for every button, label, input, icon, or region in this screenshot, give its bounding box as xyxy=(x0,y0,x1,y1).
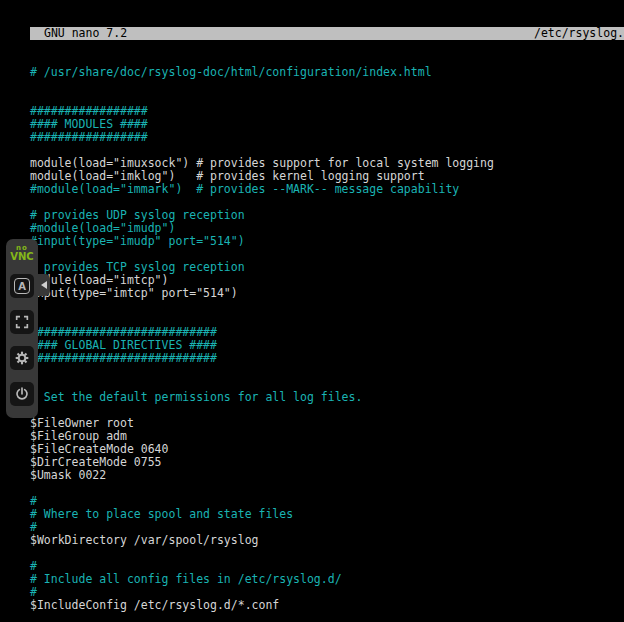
line-text: # xyxy=(30,585,37,599)
terminal-line: $Umask 0022 xyxy=(30,469,624,482)
line-text: $FileCreateMode 0640 xyxy=(30,442,168,456)
line-text: $DirCreateMode 0755 xyxy=(30,455,162,469)
keyboard-a-icon: A xyxy=(14,278,30,294)
terminal-lines: # /usr/share/doc/rsyslog-doc/html/config… xyxy=(30,66,624,622)
novnc-logo: no VNC xyxy=(10,245,33,262)
terminal-line: input(type="imtcp" port="514") xyxy=(30,287,624,300)
terminal-line: $IncludeConfig /etc/rsyslog.d/*.conf xyxy=(30,599,624,612)
line-text: # provides TCP syslog reception xyxy=(30,260,245,274)
terminal-line: ################# xyxy=(30,131,624,144)
line-text: module(load="imklog") # provides kernel … xyxy=(30,169,425,183)
line-text: # /usr/share/doc/rsyslog-doc/html/config… xyxy=(30,65,432,79)
terminal-screen[interactable]: GNU nano 7.2 /etc/rsyslog. # /usr/share/… xyxy=(30,1,624,621)
fullscreen-icon xyxy=(14,314,30,330)
terminal-line: # Set the default permissions for all lo… xyxy=(30,391,624,404)
line-text: ########################### xyxy=(30,325,217,339)
terminal-line: $DirCreateMode 0755 xyxy=(30,456,624,469)
line-text: $WorkDirectory /var/spool/rsyslog xyxy=(30,533,258,547)
line-text: module(load="imtcp") xyxy=(30,273,168,287)
power-icon xyxy=(14,386,30,402)
line-text: $FileGroup adm xyxy=(30,429,127,443)
line-text: ########################### xyxy=(30,351,217,365)
line-text: ################# xyxy=(30,104,148,118)
extra-keys-button[interactable]: A xyxy=(10,274,34,298)
line-text: module(load="imuxsock") # provides suppo… xyxy=(30,156,494,170)
line-text: $IncludeConfig /etc/rsyslog.d/*.conf xyxy=(30,598,279,612)
line-text: # xyxy=(30,559,37,573)
line-text: # xyxy=(30,520,37,534)
terminal-line: # /usr/share/doc/rsyslog-doc/html/config… xyxy=(30,66,624,79)
fullscreen-button[interactable] xyxy=(10,310,34,334)
nano-app-title: GNU nano 7.2 xyxy=(30,27,127,40)
line-text: #input(type="imudp" port="514") xyxy=(30,234,245,248)
nano-file-path: /etc/rsyslog. xyxy=(534,27,624,40)
terminal-line xyxy=(30,612,624,622)
terminal-line: #input(type="imudp" port="514") xyxy=(30,235,624,248)
vnc-control-bar: no VNC A xyxy=(6,239,38,418)
line-text: # Set the default permissions for all lo… xyxy=(30,390,362,404)
line-text: #### GLOBAL DIRECTIVES #### xyxy=(30,338,217,352)
line-text: $FileOwner root xyxy=(30,416,134,430)
novnc-logo-bottom: VNC xyxy=(10,252,33,262)
line-text: # Include all config files in /etc/rsysl… xyxy=(30,572,342,586)
power-button[interactable] xyxy=(10,382,34,406)
chevron-left-icon xyxy=(41,281,47,289)
terminal-line: # Where to place spool and state files xyxy=(30,508,624,521)
line-text: # xyxy=(30,494,37,508)
terminal-line xyxy=(30,365,624,378)
terminal-line: ########################### xyxy=(30,352,624,365)
line-text: # Where to place spool and state files xyxy=(30,507,293,521)
terminal-line xyxy=(30,300,624,313)
vnc-bar-handle[interactable] xyxy=(38,274,50,296)
line-text: #### MODULES #### xyxy=(30,117,148,131)
gear-icon xyxy=(14,350,30,366)
nano-title-bar: GNU nano 7.2 /etc/rsyslog. xyxy=(30,27,624,40)
line-text: input(type="imtcp" port="514") xyxy=(30,286,238,300)
terminal-line xyxy=(30,482,624,495)
line-text: $Umask 0022 xyxy=(30,468,106,482)
line-text: #module(load="imudp") xyxy=(30,221,175,235)
line-text: # provides UDP syslog reception xyxy=(30,208,245,222)
terminal-line xyxy=(30,79,624,92)
terminal-line xyxy=(30,547,624,560)
terminal-line: $WorkDirectory /var/spool/rsyslog xyxy=(30,534,624,547)
terminal-line: # Include all config files in /etc/rsysl… xyxy=(30,573,624,586)
settings-button[interactable] xyxy=(10,346,34,370)
line-text: #module(load="immark") # provides --MARK… xyxy=(30,182,459,196)
terminal-line: #module(load="immark") # provides --MARK… xyxy=(30,183,624,196)
line-text: ################# xyxy=(30,130,148,144)
